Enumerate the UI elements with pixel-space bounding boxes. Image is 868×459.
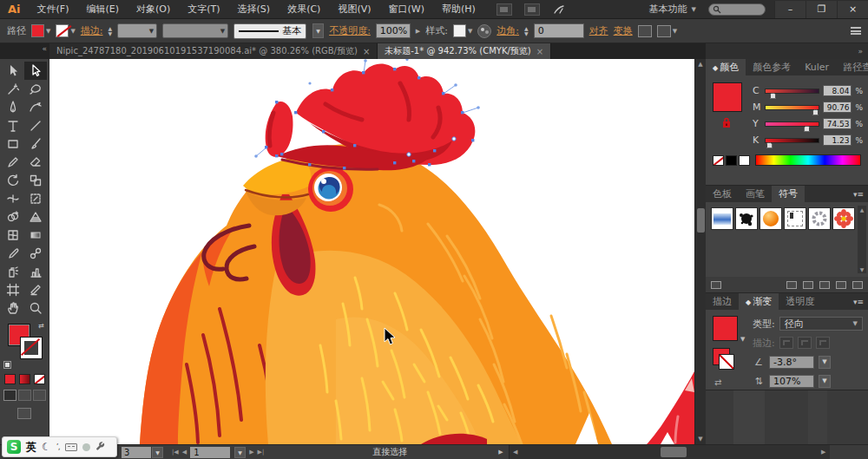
blend-tool[interactable] (24, 244, 47, 262)
break-link-icon[interactable] (803, 281, 813, 289)
horizontal-scroll-thumb[interactable] (661, 447, 687, 457)
magenta-value-field[interactable]: 90.76 (823, 102, 852, 113)
search-input[interactable] (708, 3, 766, 16)
color-spectrum-bar[interactable] (755, 154, 861, 166)
gradient-tool[interactable] (24, 226, 47, 244)
menu-object[interactable]: 对象(O) (128, 0, 179, 19)
draw-behind-button[interactable] (18, 390, 31, 401)
symbol-sprayer-tool[interactable] (2, 262, 24, 280)
scroll-right-icon[interactable]: ▶ (818, 449, 830, 456)
scale-tool[interactable] (24, 171, 47, 189)
scroll-up-icon[interactable]: ▲ (860, 207, 865, 213)
corner-stepper[interactable]: ▲▼ (524, 26, 529, 36)
zoom-level-field[interactable]: 3 (122, 447, 151, 458)
white-swatch[interactable] (739, 155, 750, 166)
column-graph-tool[interactable] (24, 262, 47, 280)
gradient-stroke-proxy[interactable] (713, 348, 730, 365)
zoom-dropdown-icon[interactable]: ▼ (152, 447, 163, 458)
current-fill-swatch[interactable] (713, 82, 742, 112)
horizontal-scrollbar[interactable]: ◀ ▶ (509, 445, 830, 459)
stroke-width-dropdown[interactable]: ▼ (117, 23, 157, 38)
gradient-mode-button[interactable] (19, 374, 30, 384)
document-tab-1[interactable]: Nipic_24787180_20190610191537190084.ai* … (49, 43, 378, 59)
recolor-artwork-icon[interactable] (477, 24, 491, 38)
lasso-tool[interactable] (24, 80, 47, 98)
symbol-orange-sphere[interactable] (760, 207, 782, 230)
tab-stroke[interactable]: 描边 (706, 293, 739, 310)
tab-symbols[interactable]: 符号 (772, 186, 805, 202)
type-tool[interactable] (2, 116, 24, 134)
panel-menu-icon[interactable]: ▾≡ (853, 190, 864, 199)
menu-edit[interactable]: 编辑(E) (77, 0, 128, 19)
width-profile-dropdown[interactable]: ▼ (162, 23, 228, 38)
last-artboard-icon[interactable]: ▶| (258, 449, 265, 456)
stroke-width-stepper[interactable]: ▲▼ (108, 26, 113, 36)
tab-color-guide[interactable]: 颜色参考 (746, 59, 798, 75)
direct-selection-tool[interactable] (24, 62, 47, 80)
corner-link[interactable]: 边角: (496, 24, 519, 37)
rectangle-tool[interactable] (2, 134, 24, 153)
prev-artboard-icon[interactable]: ◀ (182, 449, 187, 456)
menu-effect[interactable]: 效果(C) (279, 0, 329, 19)
scroll-up-icon[interactable]: ▲ (695, 59, 706, 69)
close-icon[interactable]: × (363, 47, 370, 56)
artboard-dropdown-icon[interactable]: ▼ (234, 447, 246, 458)
gradient-angle-field[interactable]: -3.8° (769, 356, 814, 369)
rotate-tool[interactable] (2, 171, 24, 189)
tab-transparency[interactable]: 透明度 (779, 293, 821, 310)
isolate-selected-icon[interactable] (638, 25, 652, 37)
sogou-logo[interactable]: S (7, 440, 21, 454)
gradient-fill-swatch[interactable] (713, 316, 738, 341)
place-symbol-icon[interactable] (786, 281, 797, 289)
artboard-tool[interactable] (2, 280, 24, 298)
pen-tool[interactable] (2, 98, 24, 116)
fill-color-button[interactable]: ▼ (31, 24, 50, 37)
line-segment-tool[interactable] (24, 116, 47, 134)
brush-definition-dropdown[interactable]: 基本 (233, 23, 306, 39)
paintbrush-tool[interactable] (24, 134, 47, 153)
stroke-color-button[interactable]: ▼ (56, 24, 75, 37)
arrange-documents-icon[interactable] (524, 3, 540, 16)
artboard-canvas[interactable] (49, 59, 694, 444)
color-mode-button[interactable] (4, 374, 16, 384)
magenta-slider[interactable] (765, 105, 819, 110)
corner-field[interactable]: 0 (534, 23, 584, 38)
reverse-gradient-icon[interactable]: ⇄ (714, 377, 721, 387)
lock-icon[interactable] (721, 117, 732, 131)
yellow-value-field[interactable]: 74.53 (823, 118, 852, 129)
tab-color[interactable]: ◆颜色 (706, 59, 746, 75)
default-fill-stroke-icon[interactable] (3, 361, 11, 369)
stroke-color-proxy[interactable] (21, 338, 42, 358)
settings-wrench-icon[interactable] (95, 441, 105, 453)
black-slider[interactable] (765, 138, 819, 143)
pencil-tool[interactable] (2, 153, 24, 171)
none-swatch[interactable] (713, 155, 724, 166)
eyedropper-tool[interactable] (2, 244, 24, 262)
control-panel-menu-icon[interactable] (851, 27, 861, 35)
close-icon[interactable]: × (536, 47, 543, 56)
opacity-link[interactable]: 不透明度: (329, 24, 371, 37)
tab-gradient[interactable]: ◆渐变 (739, 293, 779, 310)
chevron-right-icon[interactable]: ▶ (416, 28, 420, 35)
new-symbol-icon[interactable] (836, 281, 846, 289)
perspective-grid-tool[interactable] (24, 207, 47, 226)
stroke-panel-link[interactable]: 描边: (81, 24, 103, 37)
align-link[interactable]: 对齐 (589, 24, 608, 37)
input-language-toggle[interactable]: 英 (26, 440, 36, 455)
vertical-scrollbar[interactable]: ▲ ▼ (694, 59, 706, 444)
close-button[interactable]: × (837, 1, 868, 18)
cyan-slider[interactable] (765, 89, 819, 94)
tab-pathfinder[interactable]: 路径查找器 (836, 59, 868, 75)
minimize-button[interactable]: – (774, 1, 806, 18)
symbol-swirl-ring[interactable] (808, 207, 831, 230)
next-artboard-icon[interactable]: ▶ (249, 449, 253, 456)
none-mode-button[interactable] (34, 374, 45, 384)
symbol-options-icon[interactable] (819, 281, 830, 289)
restore-button[interactable]: ❐ (806, 1, 837, 18)
transform-link[interactable]: 变换 (614, 24, 633, 37)
black-swatch[interactable] (726, 155, 737, 166)
artboard-number-field[interactable]: 1 (190, 447, 230, 458)
toolbox-dim-icon[interactable] (82, 443, 90, 451)
scroll-left-icon[interactable]: ◀ (510, 449, 522, 456)
menu-window[interactable]: 窗口(W) (380, 0, 433, 19)
